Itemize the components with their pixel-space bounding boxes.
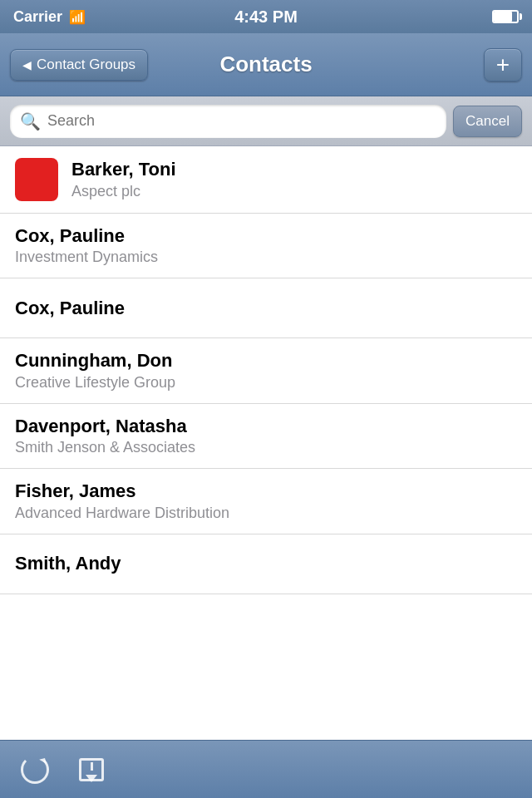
contact-info: Cox, Pauline xyxy=(15,298,517,319)
import-button[interactable] xyxy=(73,751,110,788)
contact-item[interactable]: Cox, Pauline xyxy=(0,278,532,338)
contact-info: Cox, PaulineInvestment Dynamics xyxy=(15,225,517,266)
wifi-icon: 📶 xyxy=(69,9,86,25)
contact-item[interactable]: Davenport, NatashaSmith Jenson & Associa… xyxy=(0,404,532,469)
refresh-button[interactable] xyxy=(17,751,53,788)
contact-item[interactable]: Barker, ToniAspect plc xyxy=(0,146,532,214)
contact-info: Fisher, JamesAdvanced Hardware Distribut… xyxy=(15,480,517,521)
contact-name: Cox, Pauline xyxy=(15,225,517,247)
cancel-button[interactable]: Cancel xyxy=(453,106,522,137)
add-contact-button[interactable]: + xyxy=(484,48,522,81)
contact-color-badge xyxy=(15,158,58,201)
page-title: Contacts xyxy=(219,52,312,77)
import-arrow xyxy=(86,775,97,782)
bottom-toolbar xyxy=(0,740,532,798)
import-icon xyxy=(79,758,104,781)
carrier-label: Carrier xyxy=(13,8,62,26)
search-input-wrap: 🔍 xyxy=(10,105,446,138)
contact-company: Creative Lifestyle Group xyxy=(15,374,517,392)
contact-name: Fisher, James xyxy=(15,480,517,502)
contact-company: Advanced Hardware Distribution xyxy=(15,505,517,522)
nav-bar: Contact Groups Contacts + xyxy=(0,33,532,96)
contact-name: Smith, Andy xyxy=(15,553,517,574)
back-button[interactable]: Contact Groups xyxy=(10,49,148,81)
search-bar: 🔍 Cancel xyxy=(0,96,532,146)
contact-info: Smith, Andy xyxy=(15,553,517,574)
contact-company: Investment Dynamics xyxy=(15,249,517,266)
contact-company: Smith Jenson & Associates xyxy=(15,439,517,456)
contact-name: Cox, Pauline xyxy=(15,298,517,319)
refresh-icon xyxy=(21,756,49,784)
contact-list: Barker, ToniAspect plcCox, PaulineInvest… xyxy=(0,146,532,594)
contact-info: Barker, ToniAspect plc xyxy=(71,159,517,200)
battery-fill xyxy=(494,12,512,22)
import-line xyxy=(91,762,93,771)
status-time: 4:43 PM xyxy=(234,7,298,27)
contact-info: Davenport, NatashaSmith Jenson & Associa… xyxy=(15,416,517,456)
contact-item[interactable]: Cox, PaulineInvestment Dynamics xyxy=(0,214,532,278)
contact-name: Barker, Toni xyxy=(71,159,517,180)
contact-item[interactable]: Fisher, JamesAdvanced Hardware Distribut… xyxy=(0,469,532,534)
contact-item[interactable]: Cunningham, DonCreative Lifestyle Group xyxy=(0,338,532,403)
status-left: Carrier 📶 xyxy=(13,8,86,26)
contact-company: Aspect plc xyxy=(71,183,517,200)
status-bar: Carrier 📶 4:43 PM xyxy=(0,0,532,33)
contact-name: Davenport, Natasha xyxy=(15,416,517,437)
battery-icon xyxy=(492,10,519,23)
contact-info: Cunningham, DonCreative Lifestyle Group xyxy=(15,350,517,391)
search-input[interactable] xyxy=(47,105,436,138)
contact-name: Cunningham, Don xyxy=(15,350,517,372)
search-icon: 🔍 xyxy=(20,111,41,131)
contact-item[interactable]: Smith, Andy xyxy=(0,534,532,594)
